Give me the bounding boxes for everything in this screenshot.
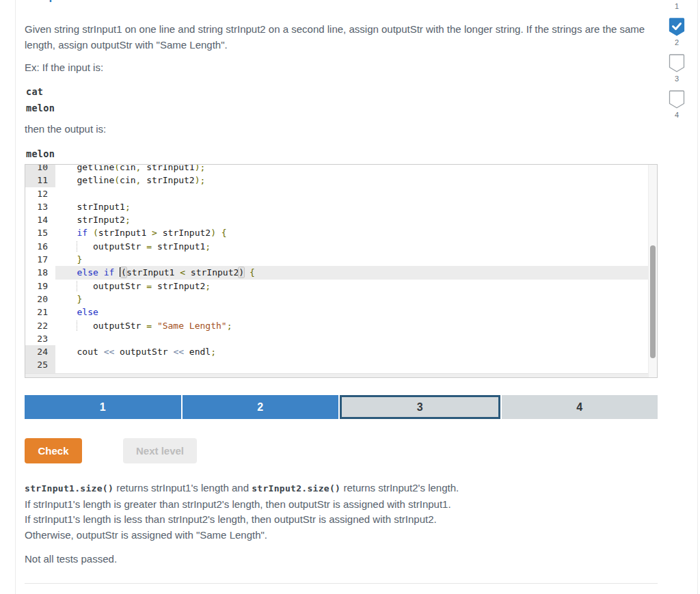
code-token: strInput2 xyxy=(185,267,239,278)
inline-code: strInput1.size() xyxy=(25,483,113,494)
code-line-25[interactable]: 25 xyxy=(25,358,648,371)
code-token: if xyxy=(77,228,88,238)
code-text[interactable] xyxy=(55,332,648,345)
feedback-explanation: strInput1.size() returns strInput1's len… xyxy=(25,481,658,543)
code-token: strInput2 xyxy=(152,281,205,291)
next-level-button[interactable]: Next level xyxy=(123,438,197,463)
code-text[interactable]: outputStr = strInput1; xyxy=(55,240,648,253)
code-token: strInput1 xyxy=(61,202,125,212)
code-token: getline xyxy=(61,164,114,172)
code-line-14[interactable]: 14 strInput2; xyxy=(25,213,648,226)
explanation-text: If strInput1's length is less than strIn… xyxy=(25,513,437,525)
code-text[interactable]: outputStr = strInput2; xyxy=(55,280,648,293)
code-text[interactable]: } xyxy=(55,253,648,266)
code-token: outputStr xyxy=(77,281,146,291)
code-lines[interactable]: 10 getline(cin, strInput1);11 getline(ci… xyxy=(25,164,648,378)
code-token: else xyxy=(77,267,98,278)
problem-statement: Given string strInput1 on one line and s… xyxy=(25,21,652,53)
code-text[interactable]: strInput2; xyxy=(55,213,648,226)
code-line-19[interactable]: 19 outputStr = strInput2; xyxy=(25,280,648,293)
check-button[interactable]: Check xyxy=(25,438,82,463)
level-indicator-1: 1 xyxy=(666,0,688,15)
code-text[interactable]: cout << outputStr << endl; xyxy=(55,345,648,358)
explanation-text: If strInput1's length is greater than st… xyxy=(25,498,451,510)
code-editor[interactable]: 10 getline(cin, strInput1);11 getline(ci… xyxy=(25,164,658,378)
code-token: strInput2 xyxy=(61,215,125,225)
bottom-divider xyxy=(25,583,658,584)
line-number: 22 xyxy=(25,319,55,332)
code-line-16[interactable]: 16 outputStr = strInput1; xyxy=(25,240,648,253)
editor-vertical-scrollbar[interactable] xyxy=(648,165,657,377)
level-segment-2[interactable]: 2 xyxy=(183,395,339,419)
page-left-border xyxy=(15,0,16,594)
code-token: < xyxy=(180,267,185,278)
code-text[interactable]: if (strInput1 > strInput2) { xyxy=(55,226,648,239)
code-text[interactable]: strInput1; xyxy=(55,200,648,213)
code-line-24[interactable]: 24 cout << outputStr << endl; xyxy=(25,345,648,358)
level-segment-3[interactable]: 3 xyxy=(340,395,500,419)
example-input-block: catmelon xyxy=(26,83,55,116)
code-token: "Same Length" xyxy=(157,321,227,331)
level-segment-1[interactable]: 1 xyxy=(25,395,181,419)
io-line: cat xyxy=(26,83,55,100)
code-token xyxy=(216,228,221,238)
explanation-text: returns strInput1's length and xyxy=(113,482,252,494)
line-number: 11 xyxy=(25,174,55,187)
code-token xyxy=(61,307,77,317)
code-line-18[interactable]: 18 else if (strInput1 < strInput2) { xyxy=(25,266,648,279)
code-text[interactable]: else if (strInput1 < strInput2) { xyxy=(55,266,648,279)
code-token: } xyxy=(77,294,82,304)
code-text[interactable] xyxy=(55,358,648,371)
level-segment-4[interactable]: 4 xyxy=(502,395,658,419)
shield-check-icon xyxy=(669,18,685,36)
code-text[interactable] xyxy=(55,187,648,200)
code-line-17[interactable]: 17 } xyxy=(25,253,648,266)
line-number: 13 xyxy=(25,200,55,213)
code-token: = xyxy=(146,241,152,252)
line-number: 25 xyxy=(25,358,55,371)
code-token xyxy=(61,281,77,291)
code-token: > xyxy=(152,228,157,238)
code-token: ( xyxy=(121,267,126,278)
level-indicator-label: 4 xyxy=(675,110,679,120)
code-line-11[interactable]: 11 getline(cin, strInput2); xyxy=(25,174,648,187)
editor-horizontal-scrollbar[interactable] xyxy=(25,373,648,377)
code-token: outputStr xyxy=(77,321,146,331)
activity-title: Jump to level 1 xyxy=(25,0,111,3)
code-text[interactable]: outputStr = "Same Length"; xyxy=(55,319,648,332)
code-token: strInput1 xyxy=(98,228,152,238)
code-token: ; xyxy=(205,241,211,252)
code-token xyxy=(61,241,77,252)
line-number: 17 xyxy=(25,253,55,266)
io-line: melon xyxy=(26,100,55,116)
example-output-block: melon xyxy=(26,146,55,162)
code-text[interactable]: else xyxy=(55,306,648,319)
test-result-message: Not all tests passed. xyxy=(25,553,117,565)
code-text[interactable]: getline(cin, strInput1); xyxy=(55,164,648,174)
explanation-line: strInput1.size() returns strInput1's len… xyxy=(25,481,658,497)
code-line-10[interactable]: 10 getline(cin, strInput1); xyxy=(25,164,648,174)
code-line-23[interactable]: 23 xyxy=(25,332,648,345)
code-text[interactable]: } xyxy=(55,293,648,306)
editor-scrollbar-thumb[interactable] xyxy=(650,245,656,358)
code-token: endl xyxy=(184,347,211,357)
code-token: else xyxy=(77,307,98,317)
code-line-12[interactable]: 12 xyxy=(25,187,648,200)
code-token: outputStr xyxy=(77,241,146,252)
example-output-label: then the output is: xyxy=(25,123,106,135)
code-line-13[interactable]: 13 strInput1; xyxy=(25,200,648,213)
line-number: 21 xyxy=(25,306,55,319)
code-token: strInput2 xyxy=(141,175,194,185)
code-text[interactable]: getline(cin, strInput2); xyxy=(55,174,648,187)
code-line-22[interactable]: 22 outputStr = "Same Length"; xyxy=(25,319,648,332)
line-number: 16 xyxy=(25,240,55,253)
code-line-20[interactable]: 20 } xyxy=(25,293,648,306)
code-token: ; xyxy=(125,215,131,225)
code-line-15[interactable]: 15 if (strInput1 > strInput2) { xyxy=(25,226,648,239)
shield-empty-icon xyxy=(669,90,685,109)
code-line-21[interactable]: 21 else xyxy=(25,306,648,319)
code-token: << xyxy=(104,347,115,357)
line-number: 23 xyxy=(25,332,55,345)
line-number: 15 xyxy=(25,226,55,239)
level-progress-bar: 1234 xyxy=(25,395,658,419)
